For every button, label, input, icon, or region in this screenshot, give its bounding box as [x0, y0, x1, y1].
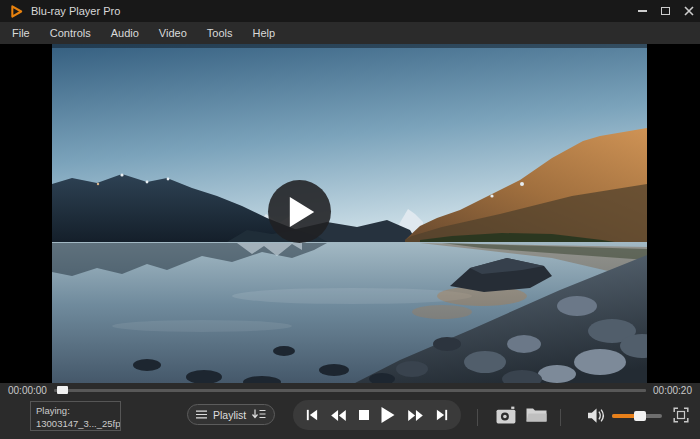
playlist-order-icon — [252, 409, 266, 420]
menu-item-controls[interactable]: Controls — [40, 22, 101, 44]
menu-item-audio[interactable]: Audio — [101, 22, 149, 44]
divider — [560, 409, 561, 426]
fast-forward-button[interactable] — [408, 410, 423, 421]
play-overlay-button[interactable] — [268, 180, 331, 243]
play-icon — [289, 197, 315, 227]
progress-handle[interactable] — [57, 386, 68, 394]
minimize-icon — [638, 10, 647, 12]
app-logo-play-icon — [10, 5, 23, 18]
volume-handle[interactable] — [634, 411, 646, 421]
divider — [477, 409, 478, 426]
window-title: Blu-ray Player Pro — [31, 5, 120, 17]
now-playing-filename: 13003147_3..._25fps.mp4 — [36, 418, 115, 431]
elapsed-time: 00:00:00 — [8, 385, 47, 396]
now-playing-box: Playing: 13003147_3..._25fps.mp4 — [30, 401, 121, 431]
next-button[interactable] — [436, 409, 448, 421]
app-window: Blu-ray Player Pro File Controls Audio V… — [0, 0, 700, 439]
play-button-icon — [381, 407, 395, 423]
control-bar: Playing: 13003147_3..._25fps.mp4 Playlis… — [0, 397, 700, 439]
stop-button[interactable] — [359, 410, 369, 420]
menu-bar: File Controls Audio Video Tools Help — [0, 22, 700, 44]
stop-icon — [359, 410, 369, 420]
progress-slider[interactable] — [54, 389, 646, 392]
fullscreen-icon — [673, 407, 689, 423]
now-playing-label: Playing: — [36, 405, 115, 418]
maximize-icon — [661, 7, 670, 15]
playlist-button-label: Playlist — [213, 409, 246, 421]
close-icon — [684, 6, 694, 16]
play-button[interactable] — [381, 407, 395, 423]
menu-item-help[interactable]: Help — [242, 22, 285, 44]
fullscreen-button[interactable] — [673, 407, 689, 427]
speaker-icon — [588, 407, 607, 424]
snapshot-button[interactable] — [496, 406, 517, 424]
playlist-button[interactable]: Playlist — [187, 404, 275, 425]
close-button[interactable] — [677, 0, 700, 22]
volume-slider[interactable] — [612, 414, 662, 418]
maximize-button[interactable] — [654, 0, 677, 22]
rewind-icon — [331, 410, 346, 421]
video-scene — [52, 44, 647, 383]
next-icon — [436, 409, 448, 421]
previous-button[interactable] — [306, 409, 318, 421]
mute-button[interactable] — [588, 407, 607, 428]
title-bar: Blu-ray Player Pro — [0, 0, 700, 22]
menu-item-file[interactable]: File — [2, 22, 40, 44]
minimize-button[interactable] — [631, 0, 654, 22]
rewind-button[interactable] — [331, 410, 346, 421]
previous-icon — [306, 409, 318, 421]
video-frame — [52, 44, 647, 383]
folder-icon — [526, 406, 547, 423]
open-file-button[interactable] — [526, 406, 547, 423]
window-controls — [631, 0, 700, 22]
camera-icon — [496, 406, 517, 424]
video-area[interactable] — [0, 44, 700, 383]
fast-forward-icon — [408, 410, 423, 421]
progress-row: 00:00:00 00:00:20 — [0, 383, 700, 397]
list-icon — [196, 410, 207, 419]
menu-item-tools[interactable]: Tools — [197, 22, 243, 44]
total-time: 00:00:20 — [653, 385, 692, 396]
menu-item-video[interactable]: Video — [149, 22, 197, 44]
transport-controls — [293, 400, 461, 430]
